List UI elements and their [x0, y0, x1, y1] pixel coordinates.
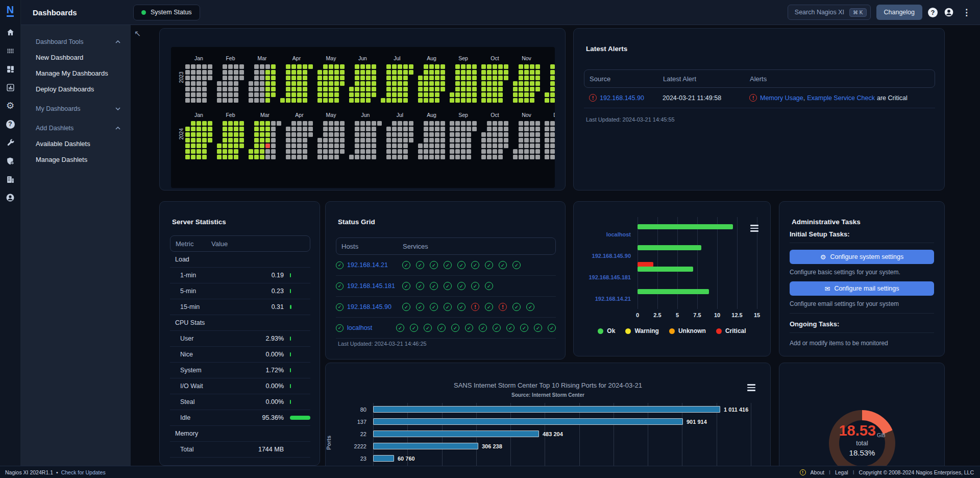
heatmap-day-cell[interactable]	[440, 144, 445, 148]
heatmap-day-cell[interactable]	[260, 70, 264, 75]
heatmap-day-cell[interactable]	[429, 87, 434, 91]
heatmap-day-cell[interactable]	[234, 127, 238, 131]
heatmap-day-cell[interactable]	[334, 70, 339, 75]
heatmap-day-cell[interactable]	[372, 87, 376, 91]
heatmap-day-cell[interactable]	[472, 70, 477, 75]
heatmap-day-cell[interactable]	[472, 64, 477, 69]
heatmap-day-cell[interactable]	[286, 127, 290, 131]
heatmap-day-cell[interactable]	[340, 76, 345, 80]
heatmap-day-cell[interactable]	[403, 132, 408, 137]
service-status-ok-icon[interactable]: ✓	[512, 303, 521, 311]
heatmap-day-cell[interactable]	[429, 121, 434, 126]
heatmap-day-cell[interactable]	[260, 144, 264, 148]
heatmap-day-cell[interactable]	[271, 70, 276, 75]
heatmap-day-cell[interactable]	[435, 87, 439, 91]
heatmap-day-cell[interactable]	[297, 155, 302, 159]
heatmap-day-cell[interactable]	[487, 64, 492, 69]
heatmap-day-cell[interactable]	[254, 70, 259, 75]
host-link[interactable]: localhost	[347, 324, 372, 331]
heatmap-day-cell[interactable]	[254, 98, 259, 103]
heatmap-day-cell[interactable]	[504, 64, 508, 69]
heatmap-day-cell[interactable]	[366, 132, 371, 137]
heatmap-day-cell[interactable]	[228, 81, 233, 86]
heatmap-day-cell[interactable]	[260, 92, 264, 97]
heatmap-day-cell[interactable]	[191, 81, 195, 86]
heatmap-day-cell[interactable]	[550, 98, 555, 103]
heatmap-day-cell[interactable]	[197, 155, 201, 159]
heatmap-day-cell[interactable]	[323, 92, 328, 97]
heatmap-day-cell[interactable]	[472, 98, 477, 103]
service-status-ok-icon[interactable]: ✓	[444, 303, 452, 311]
heatmap-day-cell[interactable]	[472, 81, 477, 86]
heatmap-day-cell[interactable]	[197, 144, 201, 148]
heatmap-day-cell[interactable]	[429, 144, 434, 148]
heatmap-day-cell[interactable]	[334, 155, 339, 159]
heatmap-day-cell[interactable]	[467, 98, 471, 103]
heatmap-day-cell[interactable]	[550, 87, 555, 91]
heatmap-day-cell[interactable]	[360, 87, 365, 91]
heatmap-day-cell[interactable]	[493, 98, 497, 103]
heatmap-day-cell[interactable]	[185, 127, 190, 131]
heatmap-day-cell[interactable]	[286, 138, 290, 142]
heatmap-day-cell[interactable]	[297, 64, 302, 69]
heatmap-day-cell[interactable]	[386, 64, 391, 69]
heatmap-day-cell[interactable]	[467, 127, 471, 131]
heatmap-day-cell[interactable]	[398, 132, 402, 137]
heatmap-day-cell[interactable]	[481, 76, 486, 80]
heatmap-day-cell[interactable]	[260, 81, 264, 86]
heatmap-day-cell[interactable]	[424, 121, 428, 126]
heatmap-day-cell[interactable]	[392, 149, 397, 154]
account-icon[interactable]	[0, 188, 21, 207]
heatmap-day-cell[interactable]	[493, 121, 497, 126]
heatmap-day-cell[interactable]	[545, 155, 549, 159]
heatmap-day-cell[interactable]	[329, 70, 333, 75]
heatmap-day-cell[interactable]	[519, 64, 523, 69]
heatmap-day-cell[interactable]	[277, 121, 281, 126]
heatmap-day-cell[interactable]	[530, 144, 534, 148]
heatmap-day-cell[interactable]	[185, 70, 190, 75]
heatmap-day-cell[interactable]	[355, 132, 359, 137]
heatmap-day-cell[interactable]	[530, 76, 534, 80]
heatmap-day-cell[interactable]	[239, 132, 244, 137]
heatmap-day-cell[interactable]	[340, 70, 345, 75]
heatmap-day-cell[interactable]	[372, 155, 376, 159]
heatmap-day-cell[interactable]	[513, 92, 518, 97]
heatmap-day-cell[interactable]	[461, 127, 465, 131]
heatmap-day-cell[interactable]	[524, 76, 529, 80]
heatmap-day-cell[interactable]	[487, 127, 492, 131]
heatmap-day-cell[interactable]	[418, 92, 423, 97]
heatmap-day-cell[interactable]	[334, 144, 339, 148]
heatmap-day-cell[interactable]	[440, 121, 445, 126]
heatmap-day-cell[interactable]	[217, 98, 222, 103]
heatmap-day-cell[interactable]	[530, 132, 534, 137]
heatmap-day-cell[interactable]	[239, 144, 244, 148]
heatmap-day-cell[interactable]	[392, 76, 397, 80]
heatmap-day-cell[interactable]	[223, 70, 227, 75]
heatmap-day-cell[interactable]	[429, 76, 434, 80]
heatmap-day-cell[interactable]	[461, 81, 465, 86]
heatmap-day-cell[interactable]	[349, 92, 354, 97]
heatmap-day-cell[interactable]	[461, 138, 465, 142]
heatmap-day-cell[interactable]	[223, 144, 227, 148]
heatmap-day-cell[interactable]	[271, 155, 276, 159]
heatmap-day-cell[interactable]	[545, 138, 549, 142]
heatmap-day-cell[interactable]	[228, 149, 233, 154]
heatmap-day-cell[interactable]	[550, 64, 555, 69]
heatmap-day-cell[interactable]	[340, 144, 345, 148]
heatmap-day-cell[interactable]	[424, 144, 428, 148]
heatmap-day-cell[interactable]	[545, 132, 549, 137]
heatmap-day-cell[interactable]	[398, 121, 402, 126]
heatmap-day-cell[interactable]	[291, 76, 296, 80]
heatmap-day-cell[interactable]	[467, 155, 471, 159]
heatmap-day-cell[interactable]	[455, 127, 460, 131]
heatmap-day-cell[interactable]	[249, 149, 253, 154]
heatmap-day-cell[interactable]	[524, 127, 529, 131]
heatmap-day-cell[interactable]	[403, 149, 408, 154]
heatmap-day-cell[interactable]	[498, 98, 503, 103]
heatmap-day-cell[interactable]	[467, 64, 471, 69]
heatmap-day-cell[interactable]	[487, 132, 492, 137]
heatmap-day-cell[interactable]	[424, 138, 428, 142]
service-status-ok-icon[interactable]: ✓	[485, 261, 493, 269]
heatmap-day-cell[interactable]	[260, 121, 264, 126]
heatmap-day-cell[interactable]	[303, 138, 307, 142]
